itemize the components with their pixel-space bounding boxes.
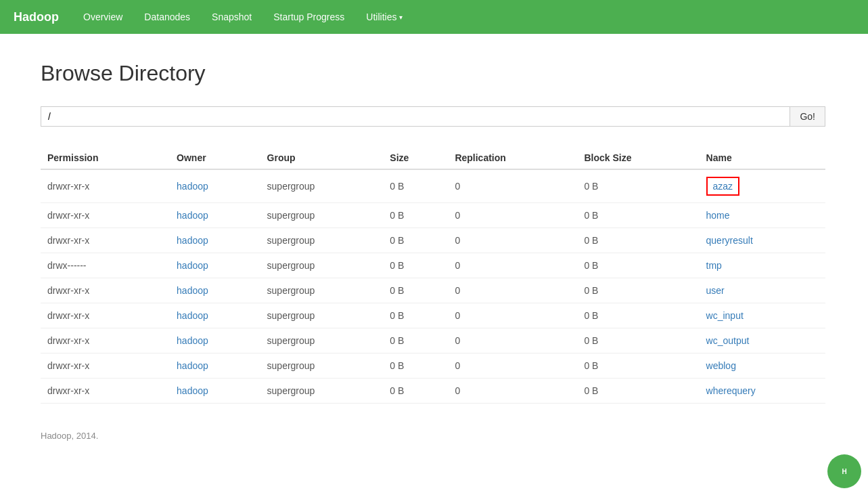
nav-item-overview[interactable]: Overview [72, 2, 133, 32]
navbar-brand[interactable]: Hadoop [14, 10, 59, 24]
cell-size: 0 B [383, 379, 448, 404]
table-row: drwxr-xr-xhadoopsupergroup0 B00 Bwherequ… [41, 379, 825, 404]
dir-link-hadoop[interactable]: hadoop [177, 181, 208, 192]
cell-owner[interactable]: hadoop [170, 203, 260, 228]
dir-link-hadoop[interactable]: hadoop [177, 385, 208, 396]
dir-link-hadoop[interactable]: hadoop [177, 285, 208, 296]
dropdown-caret: ▾ [399, 14, 403, 21]
dir-link-hadoop[interactable]: hadoop [177, 310, 208, 321]
cell-size: 0 B [383, 328, 448, 353]
cell-name[interactable]: wherequery [700, 379, 825, 404]
cell-name[interactable]: queryresult [700, 228, 825, 253]
cell-owner[interactable]: hadoop [170, 278, 260, 303]
dir-link-home[interactable]: home [706, 210, 730, 221]
table-row: drwxr-xr-xhadoopsupergroup0 B00 Bazaz [41, 169, 825, 203]
table-row: drwxr-xr-xhadoopsupergroup0 B00 Bwc_outp… [41, 328, 825, 353]
nav-item-snapshot[interactable]: Snapshot [201, 2, 262, 32]
cell-owner[interactable]: hadoop [170, 353, 260, 379]
nav-link-startup-progress[interactable]: Startup Progress [262, 2, 355, 32]
cell-replication: 0 [448, 353, 577, 379]
table-row: drwxr-xr-xhadoopsupergroup0 B00 Bhome [41, 203, 825, 228]
col-replication: Replication [448, 147, 577, 169]
cell-group: supergroup [260, 203, 384, 228]
dir-link-hadoop[interactable]: hadoop [177, 260, 208, 271]
cell-replication: 0 [448, 228, 577, 253]
cell-name[interactable]: home [700, 203, 825, 228]
table-row: drwxr-xr-xhadoopsupergroup0 B00 Bweblog [41, 353, 825, 379]
cell-name[interactable]: wc_output [700, 328, 825, 353]
dir-link-queryresult[interactable]: queryresult [706, 235, 753, 246]
cell-block-size: 0 B [577, 303, 699, 328]
cell-permission: drwxr-xr-x [41, 203, 170, 228]
cell-group: supergroup [260, 303, 384, 328]
cell-permission: drwxr-xr-x [41, 353, 170, 379]
cell-group: supergroup [260, 278, 384, 303]
directory-table: Permission Owner Group Size Replication … [41, 147, 825, 404]
nav-link-snapshot[interactable]: Snapshot [201, 2, 262, 32]
cell-name[interactable]: wc_input [700, 303, 825, 328]
nav-item-startup-progress[interactable]: Startup Progress [262, 2, 355, 32]
dir-link-wc_input[interactable]: wc_input [706, 310, 744, 321]
cell-name[interactable]: tmp [700, 253, 825, 278]
nav-link-utilities[interactable]: Utilities ▾ [355, 2, 413, 32]
dir-link-hadoop[interactable]: hadoop [177, 360, 208, 371]
cell-replication: 0 [448, 169, 577, 203]
col-permission: Permission [41, 147, 170, 169]
cell-permission: drwxr-xr-x [41, 328, 170, 353]
nav-link-overview[interactable]: Overview [72, 2, 133, 32]
nav-link-datanodes[interactable]: Datanodes [133, 2, 201, 32]
cell-owner[interactable]: hadoop [170, 379, 260, 404]
dir-link-hadoop[interactable]: hadoop [177, 335, 208, 346]
page-title: Browse Directory [41, 61, 827, 86]
main-content: Browse Directory Go! Permission Owner Gr… [0, 34, 868, 468]
col-size: Size [383, 147, 448, 169]
cell-owner[interactable]: hadoop [170, 303, 260, 328]
nav-item-utilities[interactable]: Utilities ▾ [355, 2, 413, 32]
dir-link-wherequery[interactable]: wherequery [706, 385, 756, 396]
cell-block-size: 0 B [577, 253, 699, 278]
table-row: drwxr-xr-xhadoopsupergroup0 B00 Bwc_inpu… [41, 303, 825, 328]
cell-size: 0 B [383, 228, 448, 253]
dir-link-tmp[interactable]: tmp [706, 260, 722, 271]
footer-text: Hadoop, 2014. [41, 431, 98, 441]
nav-item-datanodes[interactable]: Datanodes [133, 2, 201, 32]
cell-owner[interactable]: hadoop [170, 253, 260, 278]
navbar-links: Overview Datanodes Snapshot Startup Prog… [72, 2, 413, 32]
cell-name[interactable]: weblog [700, 353, 825, 379]
cell-group: supergroup [260, 169, 384, 203]
cell-owner[interactable]: hadoop [170, 328, 260, 353]
cell-owner[interactable]: hadoop [170, 228, 260, 253]
cell-owner[interactable]: hadoop [170, 169, 260, 203]
cell-block-size: 0 B [577, 169, 699, 203]
cell-permission: drwx------ [41, 253, 170, 278]
cell-replication: 0 [448, 303, 577, 328]
cell-name[interactable]: user [700, 278, 825, 303]
cell-replication: 0 [448, 253, 577, 278]
search-input[interactable] [41, 106, 790, 127]
cell-block-size: 0 B [577, 228, 699, 253]
dir-link-wc_output[interactable]: wc_output [706, 335, 750, 346]
dir-link-user[interactable]: user [706, 285, 725, 296]
dir-link-weblog[interactable]: weblog [706, 360, 736, 371]
cell-name[interactable]: azaz [700, 169, 825, 203]
cell-block-size: 0 B [577, 328, 699, 353]
table-row: drwxr-xr-xhadoopsupergroup0 B00 Buser [41, 278, 825, 303]
cell-permission: drwxr-xr-x [41, 303, 170, 328]
col-group: Group [260, 147, 384, 169]
cell-block-size: 0 B [577, 353, 699, 379]
cell-block-size: 0 B [577, 379, 699, 404]
dir-link-azaz[interactable]: azaz [713, 181, 733, 192]
table-header: Permission Owner Group Size Replication … [41, 147, 825, 169]
col-owner: Owner [170, 147, 260, 169]
go-button[interactable]: Go! [790, 106, 825, 127]
cell-group: supergroup [260, 253, 384, 278]
table-body: drwxr-xr-xhadoopsupergroup0 B00 Bazazdrw… [41, 169, 825, 404]
cell-permission: drwxr-xr-x [41, 228, 170, 253]
dir-link-hadoop[interactable]: hadoop [177, 210, 208, 221]
footer: Hadoop, 2014. [41, 431, 827, 441]
cell-group: supergroup [260, 328, 384, 353]
cell-permission: drwxr-xr-x [41, 169, 170, 203]
cell-replication: 0 [448, 278, 577, 303]
navbar: Hadoop Overview Datanodes Snapshot Start… [0, 0, 868, 34]
dir-link-hadoop[interactable]: hadoop [177, 235, 208, 246]
